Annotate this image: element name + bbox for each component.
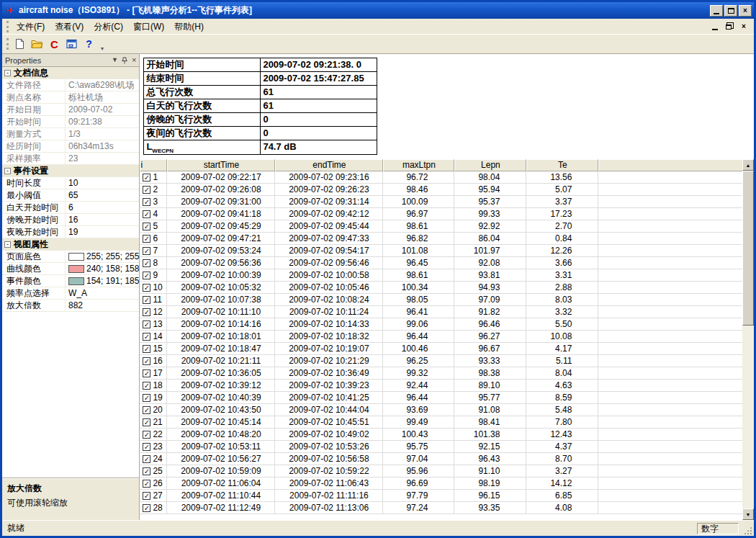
- event-row[interactable]: 92009-07-02 10:00:392009-07-02 10:00:589…: [140, 269, 742, 282]
- property-value[interactable]: 19: [66, 226, 139, 238]
- event-row[interactable]: 52009-07-02 09:45:292009-07-02 09:45:449…: [140, 220, 742, 233]
- property-row[interactable]: 采样频率23: [2, 153, 139, 165]
- row-checkbox-checked[interactable]: [143, 467, 150, 475]
- row-checkbox-checked[interactable]: [143, 443, 150, 451]
- property-row[interactable]: 文件路径C:\awa6298\机场: [2, 79, 139, 91]
- record-c-button[interactable]: [46, 36, 63, 52]
- properties-panel-header[interactable]: Properties ▼ ×: [2, 54, 139, 67]
- event-row[interactable]: 62009-07-02 09:47:212009-07-02 09:47:339…: [140, 233, 742, 245]
- menu-item-analysis[interactable]: 分析(C): [89, 22, 128, 32]
- row-checkbox-checked[interactable]: [143, 174, 150, 181]
- menu-item-file[interactable]: 文件(F): [12, 22, 50, 32]
- row-checkbox-checked[interactable]: [143, 357, 150, 365]
- row-checkbox-checked[interactable]: [143, 480, 150, 488]
- event-row[interactable]: 172009-07-02 10:36:052009-07-02 10:36:49…: [140, 367, 742, 380]
- property-value[interactable]: 65: [66, 189, 139, 201]
- collapse-icon[interactable]: [4, 241, 11, 248]
- property-value[interactable]: 10: [66, 177, 139, 189]
- event-row[interactable]: 262009-07-02 11:06:042009-07-02 11:06:43…: [140, 478, 742, 490]
- minimize-button[interactable]: [710, 5, 723, 17]
- property-section-header[interactable]: 事件设置: [2, 165, 139, 177]
- property-row[interactable]: 开始时间09:21:38: [2, 116, 139, 128]
- property-value[interactable]: 154; 191; 185: [66, 275, 139, 287]
- property-section-header[interactable]: 视图属性: [2, 238, 139, 251]
- property-row[interactable]: 夜晚开始时间19: [2, 226, 139, 238]
- row-checkbox-checked[interactable]: [143, 382, 150, 390]
- scroll-thumb[interactable]: [742, 171, 754, 326]
- event-row[interactable]: 192009-07-02 10:40:392009-07-02 10:41:25…: [140, 392, 742, 404]
- mdi-close-button[interactable]: ×: [738, 22, 750, 32]
- property-value[interactable]: 882: [66, 300, 139, 311]
- titlebar[interactable]: ✈ aircraft noise（ISO3891） - [飞机噪声分析1--飞行…: [2, 2, 754, 19]
- column-header-Lepn[interactable]: Lepn: [454, 159, 526, 171]
- property-row[interactable]: 页面底色255; 255; 255: [2, 251, 139, 263]
- event-row[interactable]: 162009-07-02 10:21:112009-07-02 10:21:29…: [140, 355, 742, 367]
- event-row[interactable]: 282009-07-02 11:12:492009-07-02 11:13:06…: [140, 502, 742, 514]
- resize-grip[interactable]: [743, 526, 752, 535]
- property-value[interactable]: 06h34m13s: [66, 140, 139, 152]
- help-button[interactable]: [81, 36, 97, 52]
- mdi-restore-button[interactable]: [724, 22, 735, 32]
- property-row[interactable]: 测点名称栎社机场: [2, 91, 139, 104]
- property-row[interactable]: 曲线颜色240; 158; 158: [2, 263, 139, 275]
- scroll-up-button[interactable]: ▲: [742, 159, 754, 171]
- property-row[interactable]: 频率点选择W_A: [2, 287, 139, 300]
- row-checkbox-checked[interactable]: [143, 369, 150, 377]
- column-header-Te[interactable]: Te: [526, 159, 598, 171]
- menu-item-window[interactable]: 窗口(W): [128, 22, 169, 32]
- panel-close-icon[interactable]: ×: [132, 57, 136, 63]
- properties-dialog-button[interactable]: [63, 36, 80, 52]
- event-row[interactable]: 82009-07-02 09:56:362009-07-02 09:56:469…: [140, 257, 742, 269]
- row-checkbox-checked[interactable]: [143, 186, 150, 194]
- event-row[interactable]: 222009-07-02 10:48:202009-07-02 10:49:02…: [140, 429, 742, 441]
- row-checkbox-checked[interactable]: [143, 492, 150, 500]
- row-checkbox-checked[interactable]: [143, 198, 150, 206]
- row-checkbox-checked[interactable]: [143, 247, 150, 255]
- menubar-grip[interactable]: [6, 21, 9, 32]
- collapse-icon[interactable]: [4, 70, 11, 76]
- panel-dropdown-icon[interactable]: ▼: [112, 57, 118, 63]
- property-value[interactable]: C:\awa6298\机场: [66, 79, 139, 91]
- row-checkbox-checked[interactable]: [143, 504, 150, 512]
- row-checkbox-checked[interactable]: [143, 210, 150, 218]
- vertical-scrollbar[interactable]: ▲ ▼: [742, 159, 754, 520]
- property-row[interactable]: 傍晚开始时间16: [2, 214, 139, 226]
- event-row[interactable]: 152009-07-02 10:18:472009-07-02 10:19:07…: [140, 343, 742, 355]
- collapse-icon[interactable]: [4, 168, 11, 174]
- property-row[interactable]: 放大倍数882: [2, 300, 139, 312]
- row-checkbox-checked[interactable]: [143, 259, 150, 267]
- toolbar-overflow-chevron-icon[interactable]: [101, 45, 104, 52]
- event-row[interactable]: 212009-07-02 10:45:142009-07-02 10:45:51…: [140, 416, 742, 429]
- row-checkbox-checked[interactable]: [143, 308, 150, 316]
- column-header-startTime[interactable]: startTime: [167, 159, 275, 171]
- maximize-button[interactable]: [724, 5, 737, 17]
- property-value[interactable]: 09:21:38: [66, 116, 139, 127]
- open-file-button[interactable]: [29, 36, 45, 52]
- event-row[interactable]: 132009-07-02 10:14:162009-07-02 10:14:33…: [140, 318, 742, 331]
- row-checkbox-checked[interactable]: [143, 223, 150, 230]
- event-row[interactable]: 22009-07-02 09:26:082009-07-02 09:26:239…: [140, 184, 742, 196]
- pin-icon[interactable]: [122, 57, 128, 64]
- property-row[interactable]: 开始日期2009-07-02: [2, 104, 139, 116]
- row-checkbox-checked[interactable]: [143, 345, 150, 353]
- row-checkbox-checked[interactable]: [143, 406, 150, 414]
- menu-item-view[interactable]: 查看(V): [50, 22, 89, 32]
- row-checkbox-checked[interactable]: [143, 272, 150, 279]
- event-row[interactable]: 142009-07-02 10:18:012009-07-02 10:18:32…: [140, 331, 742, 343]
- event-row[interactable]: 32009-07-02 09:31:002009-07-02 09:31:141…: [140, 196, 742, 208]
- property-value[interactable]: 栎社机场: [66, 91, 139, 103]
- property-row[interactable]: 事件颜色154; 191; 185: [2, 275, 139, 287]
- property-value[interactable]: 6: [66, 202, 139, 213]
- property-value[interactable]: 255; 255; 255: [66, 251, 139, 262]
- property-value[interactable]: 240; 158; 158: [66, 263, 139, 274]
- close-button[interactable]: ×: [739, 5, 752, 17]
- event-row[interactable]: 182009-07-02 10:39:122009-07-02 10:39:23…: [140, 380, 742, 392]
- event-row[interactable]: 42009-07-02 09:41:182009-07-02 09:42:129…: [140, 208, 742, 220]
- event-row[interactable]: 232009-07-02 10:53:112009-07-02 10:53:26…: [140, 441, 742, 453]
- event-row[interactable]: 12009-07-02 09:22:172009-07-02 09:23:169…: [140, 171, 742, 184]
- row-checkbox-checked[interactable]: [143, 333, 150, 341]
- property-row[interactable]: 测量方式1/3: [2, 128, 139, 140]
- property-row[interactable]: 最小阈值65: [2, 189, 139, 202]
- property-value[interactable]: 1/3: [66, 128, 139, 140]
- toolbar-grip[interactable]: [6, 38, 9, 50]
